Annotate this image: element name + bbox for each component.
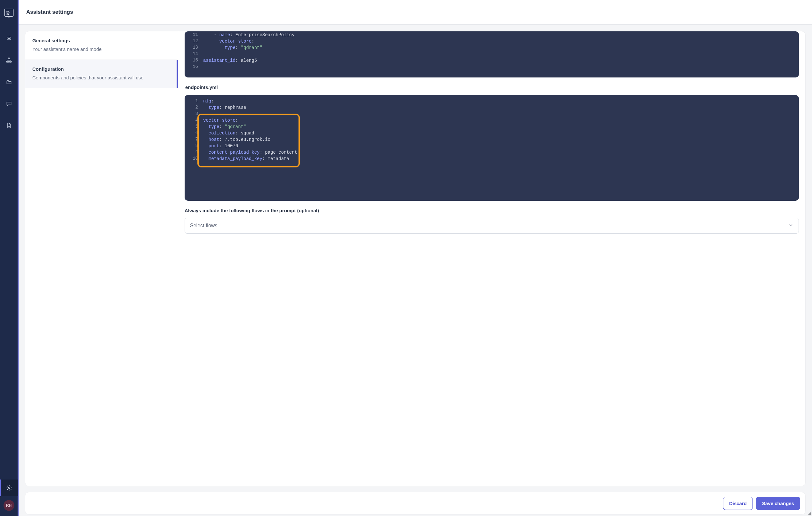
section-configuration[interactable]: Configuration Components and policies th…	[25, 60, 178, 88]
section-general-subtitle: Your assistant's name and mode	[32, 47, 171, 52]
svg-rect-3	[7, 37, 11, 40]
flows-select-placeholder: Select flows	[190, 223, 217, 228]
nav-documents[interactable]	[3, 119, 16, 132]
svg-point-10	[8, 61, 9, 62]
section-general[interactable]: General settings Your assistant's name a…	[25, 31, 178, 60]
svg-point-7	[9, 36, 9, 36]
save-button[interactable]: Save changes	[756, 497, 800, 510]
endpoints-yml-editor[interactable]: 1nlg:2 type: rephrase34vector_store:5 ty…	[184, 95, 799, 201]
svg-text:RA: RA	[6, 10, 9, 13]
svg-point-8	[8, 58, 9, 59]
config-yml-editor[interactable]: 11 - name: EnterpriseSearchPolicy12 vect…	[184, 31, 799, 78]
gear-icon	[6, 485, 12, 491]
user-initials: RH	[6, 503, 11, 508]
sidebar-nav	[3, 32, 16, 132]
page-title: Assistant settings	[26, 9, 804, 16]
section-configuration-title: Configuration	[32, 66, 171, 72]
topbar: Assistant settings	[19, 0, 812, 25]
footer-actions: Discard Save changes	[25, 492, 806, 515]
rasa-logo-icon: RA SA	[3, 8, 14, 19]
discard-button[interactable]: Discard	[723, 497, 753, 510]
chevron-down-icon	[788, 222, 793, 229]
svg-text:SA: SA	[6, 13, 9, 16]
section-configuration-subtitle: Components and policies that your assist…	[32, 75, 171, 80]
chat-icon	[6, 101, 12, 107]
svg-point-9	[6, 61, 8, 62]
nav-settings[interactable]	[0, 480, 18, 496]
svg-point-4	[8, 38, 9, 39]
file-icon	[6, 122, 12, 129]
endpoints-file-label: endpoints.yml	[185, 84, 798, 90]
folders-icon	[6, 79, 12, 85]
robot-icon	[6, 35, 12, 42]
section-general-title: General settings	[32, 38, 171, 43]
nav-content[interactable]	[3, 76, 16, 88]
user-avatar[interactable]: RH	[3, 500, 14, 511]
nav-conversations[interactable]	[3, 97, 16, 110]
settings-sections: General settings Your assistant's name a…	[25, 31, 178, 486]
window-resize-handle[interactable]	[806, 510, 812, 516]
flows-select[interactable]: Select flows	[184, 218, 799, 234]
sitemap-icon	[6, 57, 12, 63]
page: Assistant settings General settings Your…	[19, 0, 812, 516]
svg-point-5	[9, 38, 9, 39]
svg-point-12	[9, 487, 10, 489]
nav-assistant[interactable]	[3, 32, 16, 45]
work-area: General settings Your assistant's name a…	[19, 25, 812, 516]
svg-point-11	[10, 61, 11, 62]
settings-card: General settings Your assistant's name a…	[25, 31, 806, 486]
configuration-panel: 11 - name: EnterpriseSearchPolicy12 vect…	[178, 31, 805, 486]
sidebar: RA SA RH	[0, 0, 19, 516]
include-flows-label: Always include the following flows in th…	[184, 208, 799, 213]
nav-flows[interactable]	[3, 54, 16, 66]
brand-logo: RA SA	[3, 8, 14, 19]
